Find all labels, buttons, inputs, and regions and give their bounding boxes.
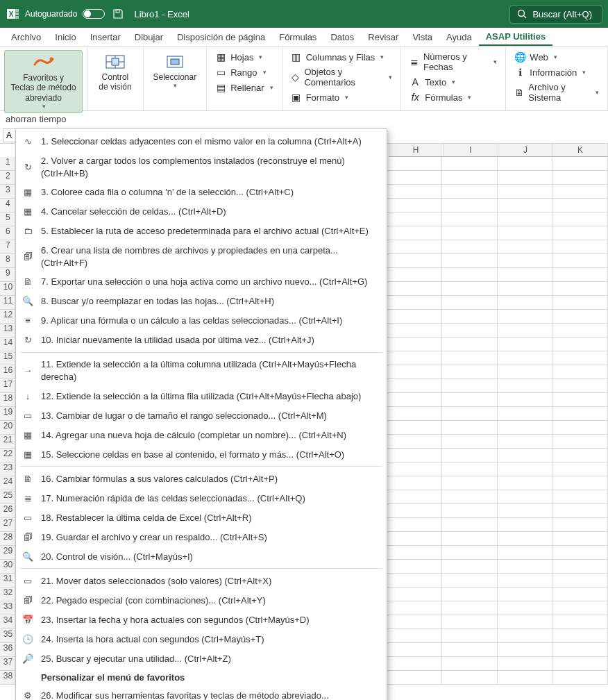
menu-item[interactable]: ▦3. Coloree cada fila o columna 'n' de l… [16, 183, 387, 202]
cell[interactable] [552, 560, 608, 574]
cell[interactable] [387, 643, 442, 657]
menu-item[interactable]: ≣17. Numeración rápida de las celdas sel… [16, 488, 387, 508]
tab-fórmulas[interactable]: Fórmulas [272, 29, 323, 45]
cell[interactable] [552, 171, 608, 185]
cell[interactable] [552, 365, 608, 379]
save-icon[interactable] [112, 8, 124, 20]
row-header[interactable]: 24 [0, 476, 17, 490]
cell[interactable] [498, 671, 553, 685]
cell[interactable] [442, 435, 498, 449]
cell[interactable] [552, 254, 608, 268]
cell[interactable] [442, 574, 498, 588]
cell[interactable] [498, 601, 553, 615]
row-header[interactable]: 10 [0, 282, 17, 296]
range-button[interactable]: ▭Rango▾ [211, 65, 277, 79]
cell[interactable] [387, 379, 442, 393]
cell[interactable] [498, 171, 553, 185]
tab-disposición-de-página[interactable]: Disposición de página [170, 29, 272, 45]
cell[interactable] [387, 282, 442, 296]
cell[interactable] [498, 657, 553, 671]
cell[interactable] [552, 157, 608, 171]
fill-button[interactable]: ▤Rellenar▾ [211, 81, 277, 94]
row-header[interactable]: 22 [0, 449, 17, 462]
row-header[interactable]: 2 [0, 171, 17, 185]
cell[interactable] [552, 296, 608, 310]
cell[interactable] [552, 657, 608, 671]
row-header[interactable]: 25 [0, 490, 17, 504]
cell[interactable] [498, 324, 553, 338]
cell[interactable] [387, 435, 442, 449]
row-header[interactable]: 32 [0, 588, 17, 601]
row-header[interactable]: 27 [0, 518, 17, 532]
cell[interactable] [442, 462, 498, 476]
row-header[interactable]: 19 [0, 407, 17, 421]
cell[interactable] [387, 393, 442, 407]
row-header[interactable]: 9 [0, 268, 17, 282]
cell[interactable] [442, 671, 498, 685]
cell[interactable] [387, 254, 442, 268]
cell[interactable] [387, 629, 442, 643]
cell[interactable] [387, 657, 442, 671]
row-header[interactable]: 13 [0, 324, 17, 338]
tab-datos[interactable]: Datos [323, 29, 361, 45]
cell[interactable] [552, 546, 608, 560]
cell[interactable] [387, 268, 442, 282]
cell[interactable] [387, 449, 442, 462]
cell[interactable] [442, 532, 498, 546]
cell[interactable] [498, 490, 553, 504]
cell[interactable] [552, 393, 608, 407]
cell[interactable] [498, 476, 553, 490]
row-header[interactable]: 20 [0, 421, 17, 435]
cell[interactable] [442, 615, 498, 629]
cell[interactable] [498, 212, 553, 226]
cell[interactable] [552, 226, 608, 240]
menu-item[interactable]: 🔎25. Buscar y ejecutar una utilidad... (… [16, 649, 387, 668]
cell[interactable] [442, 212, 498, 226]
cell[interactable] [387, 490, 442, 504]
menu-item[interactable]: ▭13. Cambiar de lugar o de tamaño el ran… [16, 406, 387, 425]
menu-item[interactable]: 🗎16. Cambiar fórmulas a sus valores calc… [16, 469, 387, 488]
cell[interactable] [498, 365, 553, 379]
cell[interactable] [498, 407, 553, 421]
menu-item[interactable]: 🗐22. Pegado especial (con combinaciones)… [16, 590, 387, 610]
row-header[interactable]: 6 [0, 226, 17, 240]
cell[interactable] [552, 240, 608, 254]
cell[interactable] [442, 560, 498, 574]
cell[interactable] [387, 324, 442, 338]
cell[interactable] [498, 518, 553, 532]
cell[interactable] [498, 560, 553, 574]
tab-ayuda[interactable]: Ayuda [439, 29, 479, 45]
menu-item[interactable]: 🗎7. Exportar una selección o una hoja ac… [16, 272, 387, 292]
menu-item[interactable]: ▭21. Mover datos seleccionados (solo val… [16, 571, 387, 590]
cell[interactable] [387, 212, 442, 226]
cell[interactable] [552, 643, 608, 657]
cell[interactable] [498, 296, 553, 310]
cell[interactable] [442, 157, 498, 171]
cell[interactable] [552, 310, 608, 324]
row-header[interactable]: 26 [0, 504, 17, 518]
cell[interactable] [498, 504, 553, 518]
cell[interactable] [442, 643, 498, 657]
row-header[interactable]: 37 [0, 657, 17, 671]
cell[interactable] [498, 532, 553, 546]
row-header[interactable]: 28 [0, 532, 17, 546]
row-header[interactable]: 15 [0, 351, 17, 365]
cell[interactable] [552, 601, 608, 615]
cell[interactable] [442, 310, 498, 324]
cell[interactable] [498, 157, 553, 171]
formulas-button[interactable]: fxFórmulas▾ [405, 90, 501, 104]
row-header[interactable]: 30 [0, 560, 17, 574]
menu-item[interactable]: ⚙26. Modificar sus herramientas favorita… [16, 685, 387, 700]
cell[interactable] [442, 268, 498, 282]
column-header[interactable]: K [553, 144, 608, 157]
cell[interactable] [498, 393, 553, 407]
web-button[interactable]: 🌐Web▾ [510, 50, 603, 64]
menu-item[interactable]: 📅23. Insertar la fecha y hora actuales c… [16, 610, 387, 629]
column-header[interactable]: J [498, 144, 553, 157]
objects-button[interactable]: ◇Objetos y Comentarios▾ [287, 65, 397, 89]
cell[interactable] [552, 421, 608, 435]
toggle-switch[interactable] [83, 9, 105, 19]
tab-archivo[interactable]: Archivo [4, 29, 48, 45]
menu-item[interactable]: ▭18. Restablecer la última celda de Exce… [16, 508, 387, 527]
row-header[interactable]: 29 [0, 546, 17, 560]
